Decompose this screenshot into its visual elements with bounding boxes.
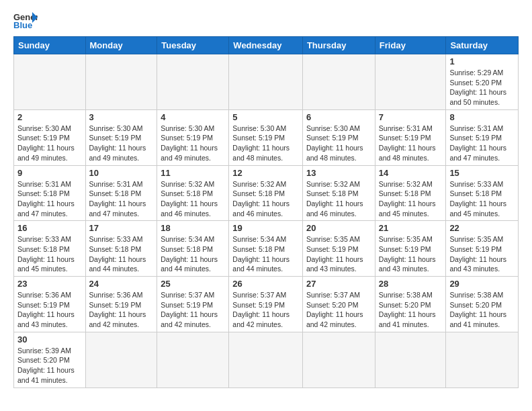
day-info: Sunrise: 5:38 AM Sunset: 5:20 PM Dayligh… xyxy=(449,290,515,330)
day-number: 10 xyxy=(89,168,154,178)
calendar-cell xyxy=(157,332,229,387)
day-info: Sunrise: 5:29 AM Sunset: 5:20 PM Dayligh… xyxy=(449,68,515,107)
calendar-cell: 1Sunrise: 5:29 AM Sunset: 5:20 PM Daylig… xyxy=(446,54,519,110)
day-number: 3 xyxy=(89,112,154,122)
week-row-4: 23Sunrise: 5:36 AM Sunset: 5:19 PM Dayli… xyxy=(14,277,519,332)
day-info: Sunrise: 5:36 AM Sunset: 5:19 PM Dayligh… xyxy=(89,290,154,330)
logo-icon: General Blue xyxy=(13,11,38,30)
day-info: Sunrise: 5:37 AM Sunset: 5:19 PM Dayligh… xyxy=(232,290,299,330)
day-info: Sunrise: 5:31 AM Sunset: 5:19 PM Dayligh… xyxy=(379,124,443,163)
calendar-cell: 13Sunrise: 5:32 AM Sunset: 5:18 PM Dayli… xyxy=(302,165,375,221)
calendar-cell xyxy=(157,54,229,110)
calendar-cell: 29Sunrise: 5:38 AM Sunset: 5:20 PM Dayli… xyxy=(446,277,519,332)
calendar-cell: 4Sunrise: 5:30 AM Sunset: 5:19 PM Daylig… xyxy=(157,109,229,165)
calendar-cell: 12Sunrise: 5:32 AM Sunset: 5:18 PM Dayli… xyxy=(229,165,303,221)
calendar-cell: 23Sunrise: 5:36 AM Sunset: 5:19 PM Dayli… xyxy=(14,277,86,332)
calendar-cell: 3Sunrise: 5:30 AM Sunset: 5:19 PM Daylig… xyxy=(85,109,157,165)
week-row-3: 16Sunrise: 5:33 AM Sunset: 5:18 PM Dayli… xyxy=(14,221,519,277)
day-number: 26 xyxy=(232,279,299,289)
calendar-cell: 27Sunrise: 5:37 AM Sunset: 5:20 PM Dayli… xyxy=(302,277,375,332)
day-info: Sunrise: 5:32 AM Sunset: 5:18 PM Dayligh… xyxy=(232,179,299,219)
calendar-cell: 24Sunrise: 5:36 AM Sunset: 5:19 PM Dayli… xyxy=(85,277,157,332)
weekday-header-thursday: Thursday xyxy=(302,37,375,54)
day-info: Sunrise: 5:37 AM Sunset: 5:19 PM Dayligh… xyxy=(161,290,225,330)
day-info: Sunrise: 5:36 AM Sunset: 5:19 PM Dayligh… xyxy=(17,290,82,330)
weekday-header-sunday: Sunday xyxy=(14,37,86,54)
calendar-cell xyxy=(302,332,375,387)
day-number: 27 xyxy=(306,279,371,289)
calendar-table: SundayMondayTuesdayWednesdayThursdayFrid… xyxy=(13,36,519,388)
day-number: 19 xyxy=(232,223,299,233)
day-number: 30 xyxy=(17,334,82,345)
calendar-cell: 8Sunrise: 5:31 AM Sunset: 5:19 PM Daylig… xyxy=(446,109,519,165)
calendar-cell: 26Sunrise: 5:37 AM Sunset: 5:19 PM Dayli… xyxy=(229,277,303,332)
day-info: Sunrise: 5:39 AM Sunset: 5:20 PM Dayligh… xyxy=(17,346,82,385)
weekday-header-friday: Friday xyxy=(375,37,446,54)
calendar-cell: 11Sunrise: 5:32 AM Sunset: 5:18 PM Dayli… xyxy=(157,165,229,221)
calendar-cell: 17Sunrise: 5:33 AM Sunset: 5:18 PM Dayli… xyxy=(85,221,157,277)
calendar-cell: 22Sunrise: 5:35 AM Sunset: 5:19 PM Dayli… xyxy=(446,221,519,277)
calendar-cell xyxy=(446,332,519,387)
weekday-header-row: SundayMondayTuesdayWednesdayThursdayFrid… xyxy=(14,37,519,54)
day-number: 11 xyxy=(161,168,225,178)
calendar-cell xyxy=(375,54,446,110)
calendar-cell: 30Sunrise: 5:39 AM Sunset: 5:20 PM Dayli… xyxy=(14,332,86,387)
calendar-cell: 7Sunrise: 5:31 AM Sunset: 5:19 PM Daylig… xyxy=(375,109,446,165)
weekday-header-tuesday: Tuesday xyxy=(157,37,229,54)
calendar-cell: 25Sunrise: 5:37 AM Sunset: 5:19 PM Dayli… xyxy=(157,277,229,332)
svg-text:Blue: Blue xyxy=(13,20,32,30)
day-info: Sunrise: 5:33 AM Sunset: 5:18 PM Dayligh… xyxy=(89,234,154,274)
calendar-cell: 15Sunrise: 5:33 AM Sunset: 5:18 PM Dayli… xyxy=(446,165,519,221)
day-info: Sunrise: 5:34 AM Sunset: 5:18 PM Dayligh… xyxy=(232,234,299,274)
day-info: Sunrise: 5:30 AM Sunset: 5:19 PM Dayligh… xyxy=(232,124,299,163)
day-info: Sunrise: 5:31 AM Sunset: 5:19 PM Dayligh… xyxy=(449,124,515,163)
day-number: 17 xyxy=(89,223,154,233)
day-number: 8 xyxy=(449,112,515,122)
day-info: Sunrise: 5:32 AM Sunset: 5:18 PM Dayligh… xyxy=(161,179,225,219)
day-number: 25 xyxy=(161,279,225,289)
day-number: 22 xyxy=(449,223,515,233)
day-number: 28 xyxy=(379,279,443,289)
day-info: Sunrise: 5:34 AM Sunset: 5:18 PM Dayligh… xyxy=(161,234,225,274)
week-row-2: 9Sunrise: 5:31 AM Sunset: 5:18 PM Daylig… xyxy=(14,165,519,221)
calendar-cell: 6Sunrise: 5:30 AM Sunset: 5:19 PM Daylig… xyxy=(302,109,375,165)
day-info: Sunrise: 5:37 AM Sunset: 5:20 PM Dayligh… xyxy=(306,290,371,330)
calendar-cell: 21Sunrise: 5:35 AM Sunset: 5:19 PM Dayli… xyxy=(375,221,446,277)
day-info: Sunrise: 5:30 AM Sunset: 5:19 PM Dayligh… xyxy=(89,124,154,163)
day-number: 16 xyxy=(17,223,82,233)
day-number: 6 xyxy=(306,112,371,122)
day-info: Sunrise: 5:35 AM Sunset: 5:19 PM Dayligh… xyxy=(306,234,371,274)
day-info: Sunrise: 5:35 AM Sunset: 5:19 PM Dayligh… xyxy=(379,234,443,274)
day-number: 2 xyxy=(17,112,82,122)
calendar-cell: 2Sunrise: 5:30 AM Sunset: 5:19 PM Daylig… xyxy=(14,109,86,165)
week-row-1: 2Sunrise: 5:30 AM Sunset: 5:19 PM Daylig… xyxy=(14,109,519,165)
calendar-cell xyxy=(14,54,86,110)
weekday-header-wednesday: Wednesday xyxy=(229,37,303,54)
calendar-cell xyxy=(302,54,375,110)
calendar-cell: 20Sunrise: 5:35 AM Sunset: 5:19 PM Dayli… xyxy=(302,221,375,277)
day-number: 14 xyxy=(379,168,443,178)
day-number: 18 xyxy=(161,223,225,233)
weekday-header-monday: Monday xyxy=(85,37,157,54)
calendar-cell: 9Sunrise: 5:31 AM Sunset: 5:18 PM Daylig… xyxy=(14,165,86,221)
calendar-cell xyxy=(229,332,303,387)
day-number: 20 xyxy=(306,223,371,233)
calendar-cell: 19Sunrise: 5:34 AM Sunset: 5:18 PM Dayli… xyxy=(229,221,303,277)
day-info: Sunrise: 5:33 AM Sunset: 5:18 PM Dayligh… xyxy=(449,179,515,219)
day-number: 23 xyxy=(17,279,82,289)
day-info: Sunrise: 5:30 AM Sunset: 5:19 PM Dayligh… xyxy=(161,124,225,163)
day-number: 24 xyxy=(89,279,154,289)
day-number: 1 xyxy=(449,56,515,66)
day-info: Sunrise: 5:38 AM Sunset: 5:20 PM Dayligh… xyxy=(379,290,443,330)
day-info: Sunrise: 5:31 AM Sunset: 5:18 PM Dayligh… xyxy=(89,179,154,219)
day-info: Sunrise: 5:35 AM Sunset: 5:19 PM Dayligh… xyxy=(449,234,515,274)
page-header: General Blue xyxy=(13,11,519,30)
logo: General Blue xyxy=(13,11,28,30)
day-number: 5 xyxy=(232,112,299,122)
day-number: 12 xyxy=(232,168,299,178)
calendar-cell xyxy=(375,332,446,387)
week-row-0: 1Sunrise: 5:29 AM Sunset: 5:20 PM Daylig… xyxy=(14,54,519,110)
day-info: Sunrise: 5:31 AM Sunset: 5:18 PM Dayligh… xyxy=(17,179,82,219)
calendar-cell: 28Sunrise: 5:38 AM Sunset: 5:20 PM Dayli… xyxy=(375,277,446,332)
week-row-5: 30Sunrise: 5:39 AM Sunset: 5:20 PM Dayli… xyxy=(14,332,519,387)
